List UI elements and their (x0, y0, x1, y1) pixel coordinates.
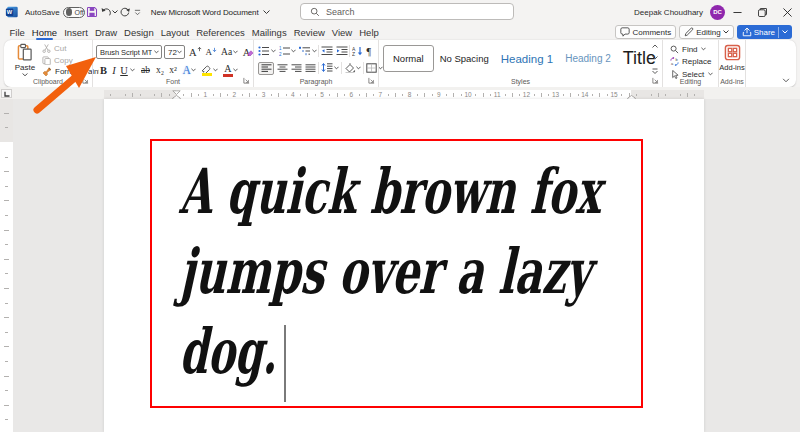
style-normal[interactable]: Normal (383, 45, 434, 72)
paragraph-dialog-launcher[interactable] (368, 77, 375, 84)
pilcrow-button[interactable]: ¶ (367, 44, 372, 58)
font-color-button[interactable]: A (223, 64, 233, 77)
share-icon (742, 27, 752, 37)
tab-stop-selector[interactable] (1, 89, 12, 98)
font-color-chevron-icon[interactable] (233, 68, 238, 72)
autosave-toggle[interactable]: Off (63, 7, 85, 18)
undo-button[interactable] (100, 3, 112, 21)
shading-icon[interactable] (344, 63, 356, 73)
numbering-icon[interactable]: 12 (279, 46, 291, 56)
align-center-icon[interactable] (277, 64, 288, 73)
shrink-font-button[interactable]: A (206, 45, 218, 59)
autosave-toggle-knob (66, 8, 73, 16)
tab-file[interactable]: File (6, 24, 28, 40)
tab-help[interactable]: Help (356, 24, 383, 40)
tab-references[interactable]: References (193, 24, 249, 40)
subscript-button[interactable]: x₂ (154, 63, 167, 77)
styles-gallery-scrollbar[interactable] (650, 44, 659, 75)
user-avatar[interactable]: DC (710, 5, 725, 20)
share-button[interactable]: Share (737, 25, 792, 39)
multilevel-chevron-icon[interactable] (312, 49, 317, 53)
toolbar-divider (341, 62, 342, 74)
multilevel-list-icon[interactable] (299, 46, 311, 56)
vertical-ruler[interactable] (0, 99, 13, 432)
titlebar-right-cluster: Deepak Choudhary DC (634, 0, 800, 24)
clipboard-dialog-launcher[interactable] (82, 77, 89, 84)
change-case-button[interactable]: Aa (221, 45, 238, 59)
font-size-chevron-icon[interactable] (177, 50, 182, 54)
customize-quick-access-icon[interactable] (133, 3, 143, 21)
highlight-button[interactable] (201, 64, 212, 76)
minimize-button[interactable] (725, 0, 750, 24)
align-right-icon[interactable] (291, 64, 302, 73)
document-page[interactable]: A quick brown fox jumps over a lazy dog. (104, 99, 704, 432)
tab-design[interactable]: Design (121, 24, 158, 40)
styles-gallery-expand-icon[interactable] (652, 68, 658, 75)
tab-home[interactable]: Home (28, 24, 60, 40)
comments-button[interactable]: Comments (615, 25, 676, 39)
tab-view[interactable]: View (328, 24, 355, 40)
close-button[interactable] (775, 0, 800, 24)
search-input[interactable]: Search (300, 3, 514, 20)
font-size-combo[interactable]: 72 (164, 45, 185, 59)
text-effects-chevron-icon[interactable] (191, 68, 196, 72)
justify-icon[interactable] (305, 64, 316, 73)
bullets-icon[interactable] (258, 46, 270, 56)
addins-button[interactable]: Add-ins (717, 44, 747, 72)
borders-icon[interactable] (366, 63, 377, 73)
numbering-chevron-icon[interactable] (291, 49, 296, 53)
style-no-spacing[interactable]: No Spacing (434, 45, 495, 72)
paste-button[interactable]: Paste (10, 43, 40, 77)
line-spacing-icon[interactable] (321, 63, 333, 73)
document-title-chevron-icon[interactable] (263, 10, 270, 15)
tab-review[interactable]: Review (290, 24, 328, 40)
font-name-chevron-icon[interactable] (154, 50, 159, 54)
line-spacing-chevron-icon[interactable] (334, 66, 339, 70)
italic-button[interactable]: I (109, 63, 119, 77)
styles-scroll-down-icon[interactable] (652, 56, 658, 60)
user-name[interactable]: Deepak Choudhary (634, 8, 703, 17)
underline-chevron-icon[interactable] (130, 68, 135, 72)
editing-mode-button[interactable]: Editing (679, 25, 733, 39)
document-title[interactable]: New Microsoft Word Document (151, 8, 259, 17)
highlight-chevron-icon[interactable] (213, 68, 218, 72)
word-app-icon[interactable]: W (5, 5, 19, 19)
bold-button[interactable]: B (98, 63, 109, 77)
document-text[interactable]: A quick brown fox jumps over a lazy dog. (180, 152, 800, 392)
increase-indent-icon[interactable] (336, 46, 348, 56)
strikethrough-button[interactable]: ab (138, 63, 154, 77)
bullets-chevron-icon[interactable] (271, 49, 276, 53)
style-heading-2[interactable]: Heading 2 (559, 45, 617, 72)
font-group-label: Font (93, 78, 253, 85)
styles-scroll-up-icon[interactable] (652, 44, 658, 48)
cut-button[interactable]: Cut (42, 44, 99, 53)
sort-icon[interactable]: AZ (352, 46, 364, 56)
grow-font-button[interactable]: A (189, 45, 202, 59)
restore-button[interactable] (750, 0, 775, 24)
share-chevron-icon[interactable] (782, 30, 788, 34)
collapse-ribbon-icon[interactable] (782, 78, 790, 83)
save-button[interactable] (86, 3, 98, 21)
font-dialog-launcher[interactable] (243, 77, 250, 84)
undo-dropdown-chevron[interactable] (112, 3, 118, 21)
font-name-combo[interactable]: Brush Script MT (96, 45, 162, 59)
align-left-button[interactable] (258, 62, 274, 75)
replace-button[interactable]: ab Replace (670, 57, 713, 66)
tab-layout[interactable]: Layout (157, 24, 193, 40)
superscript-button[interactable]: x² (167, 63, 180, 77)
format-painter-button[interactable]: Format Painter (42, 67, 99, 76)
text-effects-button[interactable]: A (183, 63, 191, 77)
tab-mailings[interactable]: Mailings (248, 24, 290, 40)
tab-draw[interactable]: Draw (91, 24, 120, 40)
redo-button[interactable] (119, 3, 131, 21)
styles-dialog-launcher[interactable] (652, 77, 659, 84)
find-button[interactable]: Find (670, 45, 713, 54)
ribbon-tab-row: File Home Insert Draw Design Layout Refe… (0, 24, 800, 40)
style-heading-1[interactable]: Heading 1 (495, 45, 559, 72)
tab-insert[interactable]: Insert (61, 24, 92, 40)
shading-chevron-icon[interactable] (356, 66, 361, 70)
underline-button[interactable]: U (119, 63, 129, 77)
copy-button[interactable]: Copy (42, 56, 99, 65)
decrease-indent-icon[interactable] (321, 46, 333, 56)
horizontal-ruler[interactable]: 123456789101112131415 (104, 90, 704, 99)
